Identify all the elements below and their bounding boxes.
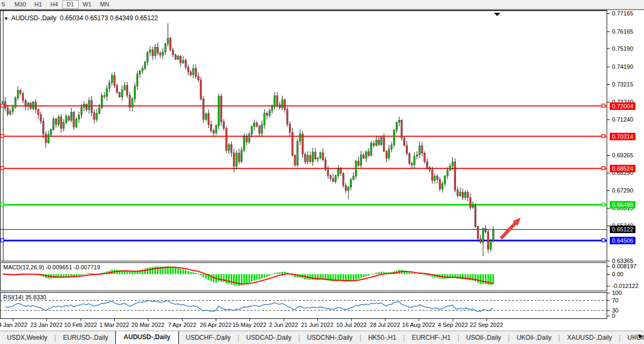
price-badge-0.64506: 0.64506 (610, 237, 635, 244)
mt4-window: 5M30H1H4D1W1MN ▼AUDUSD-,Daily 0.65034 0.… (0, 0, 644, 344)
date-tick (385, 319, 386, 321)
tab-scroll-right-icon[interactable]: ▶ (639, 333, 643, 339)
date-tick (284, 319, 284, 321)
tab-eurusd-daily[interactable]: EURUSD-,Daily (56, 332, 115, 344)
date-label: 23 Jan 2022 (30, 322, 63, 328)
macd-axis-tick (607, 274, 610, 275)
rsi-name: RSI(14) (3, 294, 23, 300)
date-label: 10 Feb 2022 (64, 322, 97, 328)
tab-usdcnh-daily[interactable]: USDCNH-,Daily (300, 332, 359, 344)
tab-eurchf-h1[interactable]: EURCHF-,H1 (405, 332, 458, 344)
timeframe-button-h1[interactable]: H1 (30, 0, 46, 9)
tab-audusd-daily[interactable]: AUDUSD-,Daily (115, 331, 179, 344)
y-axis-label: 0.71240 (612, 116, 633, 123)
date-tick (182, 319, 183, 321)
timeframe-button-mn[interactable]: MN (96, 0, 113, 9)
y-axis-label: 0.74190 (612, 63, 633, 70)
price-badge-0.65122: 0.65122 (610, 226, 635, 233)
price-axis: 0.771650.761650.751900.741900.732150.722… (607, 10, 644, 330)
date-label: 2 Jun 2022 (269, 322, 298, 328)
y-axis-tick (607, 190, 610, 191)
y-axis-label: 0.76165 (612, 28, 633, 35)
date-tick (317, 319, 318, 321)
y-axis-tick (607, 173, 610, 173)
tab-usdx-weekly[interactable]: USDX,Weekly (0, 332, 54, 344)
date-label: 20 Mar 2022 (131, 322, 164, 328)
tab-hk50-h1[interactable]: HK50-,H1 (361, 332, 403, 344)
date-tick (114, 319, 115, 321)
y-axis-tick (607, 119, 610, 120)
date-tick (81, 319, 81, 321)
rsi-axis-tick (607, 310, 610, 311)
chart-ohlc-values: 0.65034 0.65173 0.64349 0.65122 (60, 14, 158, 22)
date-tick (249, 319, 250, 321)
rsi-axis-label: 100 (612, 290, 622, 296)
tab-scroll-left-icon[interactable]: ◀ (633, 333, 637, 339)
buy-arrow-annotation[interactable] (500, 218, 521, 239)
date-label: 22 Sep 2022 (470, 322, 503, 328)
y-axis-tick (607, 84, 610, 85)
date-label: 21 Jun 2022 (301, 322, 334, 328)
y-axis-label: 0.75190 (612, 45, 633, 52)
price-badge-0.68524: 0.68524 (610, 165, 635, 172)
date-label: 7 Apr 2022 (168, 322, 196, 328)
date-tick (46, 319, 47, 321)
date-label: 10 Jul 2022 (336, 322, 367, 328)
macd-values: -0.009651 -0.007719 (45, 264, 100, 270)
macd-axis-tick (607, 286, 610, 286)
rsi-axis-tick (607, 300, 610, 301)
date-tick (486, 319, 487, 321)
level-line-0.70314[interactable] (0, 134, 607, 138)
timeframe-button-5[interactable]: 5 (0, 0, 10, 9)
rsi-axis-tick (607, 293, 610, 293)
price-badge-0.66498: 0.66498 (610, 201, 635, 209)
date-label: 16 Aug 2022 (402, 322, 435, 328)
tab-usdchf-daily[interactable]: USDCHF-,Daily (179, 332, 238, 344)
macd-axis-label: 0.00 (612, 271, 623, 277)
date-label: 15 May 2022 (232, 322, 266, 328)
y-axis-label: 0.77165 (612, 10, 633, 17)
rsi-label: RSI(14) 35.8330 (3, 294, 46, 300)
price-badge-0.70314: 0.70314 (610, 133, 635, 140)
chart-title-caret-icon: ▼ (4, 16, 9, 21)
timeframe-button-d1[interactable]: D1 (62, 0, 78, 9)
date-axis: 4 Jan 202223 Jan 202210 Feb 20221 Mar 20… (0, 319, 607, 330)
y-axis-tick (607, 67, 610, 67)
date-tick (419, 319, 419, 321)
date-label: 4 Jan 2022 (0, 322, 27, 328)
rsi-value: 35.8330 (25, 294, 46, 300)
tab-ukoil-daily[interactable]: UKOil-,Daily (509, 332, 558, 344)
rsi-chart[interactable] (0, 292, 607, 319)
y-axis-label: 0.73215 (612, 81, 633, 87)
tab-usoil-daily[interactable]: USOil-,Daily (459, 332, 508, 344)
candles (2, 23, 494, 256)
rsi-axis-tick (607, 316, 610, 316)
timeframe-button-m30[interactable]: M30 (10, 0, 30, 9)
date-tick (13, 319, 13, 321)
macd-axis-label: 0.008197 (612, 263, 637, 269)
timeframe-button-h4[interactable]: H4 (46, 0, 62, 9)
y-axis-tick (607, 49, 610, 49)
price-badge-0.72004: 0.72004 (610, 102, 635, 110)
date-label: 4 Sep 2022 (438, 322, 468, 328)
tab-scroll-buttons: ◀ ▶ (633, 333, 643, 339)
candlestick-chart[interactable] (0, 10, 607, 261)
date-label: 26 Apr 2022 (200, 322, 231, 328)
tab-xauusd-daily[interactable]: XAUUSD-,Daily (560, 332, 619, 344)
level-line-0.64506[interactable] (0, 239, 607, 242)
chart-shift-marker-icon (494, 13, 500, 16)
macd-label: MACD(12,26,9) -0.009651 -0.007719 (3, 264, 100, 270)
y-axis-label: 0.69265 (612, 152, 633, 158)
tab-usdcad-daily[interactable]: USDCAD-,Daily (239, 332, 299, 344)
date-tick (148, 319, 148, 321)
level-line-0.66498[interactable] (0, 203, 607, 206)
y-axis-tick (607, 261, 610, 261)
y-axis-label: 0.67290 (612, 187, 633, 194)
timeframe-button-w1[interactable]: W1 (78, 0, 96, 9)
date-tick (216, 319, 216, 321)
chart-title: ▼AUDUSD-,Daily 0.65034 0.65173 0.64349 0… (4, 14, 158, 22)
level-line-0.68524[interactable] (0, 166, 607, 170)
chart-symbol: AUDUSD-,Daily (11, 14, 57, 22)
macd-axis-label: -0.012122 (612, 283, 639, 289)
timeframe-toolbar: 5M30H1H4D1W1MN (0, 0, 644, 10)
